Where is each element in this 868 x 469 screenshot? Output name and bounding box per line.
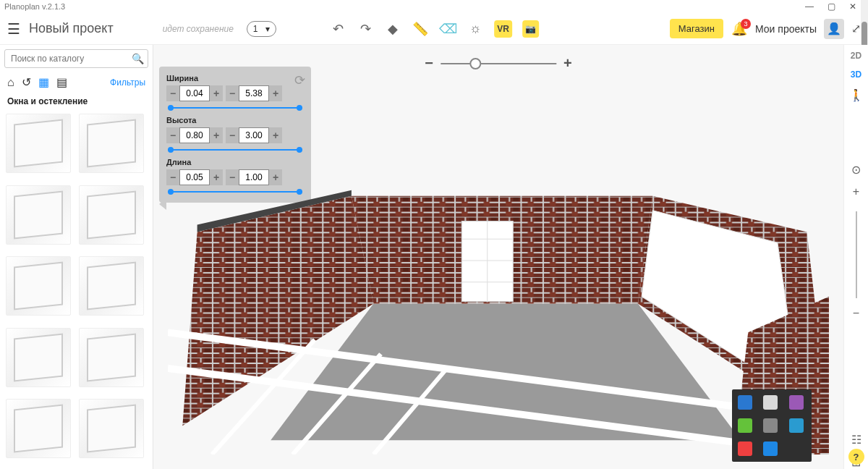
home-icon[interactable]: ⌂: [7, 76, 14, 89]
zoom-in-button[interactable]: +: [563, 55, 572, 72]
catalog-item[interactable]: [79, 185, 144, 245]
fullscreen-icon[interactable]: ⤢: [851, 22, 861, 35]
mode-2d-button[interactable]: 2D: [851, 51, 861, 61]
tray-app-icon[interactable]: [763, 395, 778, 410]
tray-app-icon[interactable]: [763, 441, 778, 456]
grid-small-icon[interactable]: ▤: [56, 75, 67, 89]
zoom-out-button[interactable]: −: [425, 55, 433, 72]
app-title: Planoplan v.2.1.3: [4, 2, 65, 11]
search-icon[interactable]: 🔍: [132, 53, 144, 64]
view-mode-rail: 2D 3D 🚶 ⊙ + − ☷ ⊞ ?: [843, 45, 868, 469]
main-toolbar: ☰ Новый проект идет сохранение 1 ▾ ↶ ↷ ◆…: [0, 13, 868, 45]
eraser-icon[interactable]: ⌫: [439, 20, 456, 38]
history-dropdown[interactable]: 1 ▾: [247, 21, 276, 37]
tray-app-icon[interactable]: [789, 418, 804, 433]
catalog-item[interactable]: [79, 399, 144, 458]
tray-app-icon[interactable]: [738, 441, 752, 456]
back-icon[interactable]: ↺: [22, 75, 31, 89]
layers-icon[interactable]: ☷: [851, 433, 861, 447]
window-minimize-button[interactable]: —: [799, 1, 820, 12]
window-titlebar: Planoplan v.2.1.3 — ▢ ✕: [0, 0, 868, 13]
system-tray-popup: [732, 389, 812, 462]
category-title: Окна и остекление: [0, 92, 153, 111]
history-count: 1: [253, 24, 258, 34]
vertical-zoom-slider[interactable]: [856, 211, 857, 298]
tray-app-icon[interactable]: [738, 418, 752, 433]
catalog-item[interactable]: [6, 256, 71, 316]
user-avatar[interactable]: 👤: [824, 19, 844, 39]
catalog-sidebar: 🔍 ⌂ ↺ ▦ ▤ Фильтры Окна и остекление: [0, 45, 153, 469]
saving-status: идет сохранение: [163, 24, 234, 34]
help-button[interactable]: ?: [848, 449, 864, 465]
catalog-item[interactable]: [79, 256, 144, 316]
vr-button[interactable]: VR: [494, 20, 512, 38]
undo-icon[interactable]: ↶: [329, 20, 346, 38]
catalog-item[interactable]: [79, 328, 144, 387]
3d-viewport[interactable]: − + ⟳ Ширина − + −: [153, 45, 843, 469]
panel-collapse-handle[interactable]: [159, 198, 166, 210]
paint-icon[interactable]: ◆: [384, 20, 401, 38]
filters-link[interactable]: Фильтры: [110, 77, 145, 88]
redo-icon[interactable]: ↷: [357, 20, 374, 38]
zoom-slider-track[interactable]: [441, 63, 556, 64]
project-title: Новый проект: [29, 21, 114, 36]
catalog-item[interactable]: [6, 185, 71, 245]
notifications-button[interactable]: 🔔 3: [731, 20, 748, 38]
mode-3d-button[interactable]: 3D: [851, 69, 861, 80]
walk-mode-icon[interactable]: 🚶: [849, 88, 864, 102]
zoom-slider-thumb[interactable]: [469, 58, 481, 69]
chevron-down-icon: ▾: [265, 24, 270, 34]
catalog-item[interactable]: [6, 328, 71, 387]
tool-icon-group: ↶ ↷ ◆ 📏 ⌫ ☼ VR 📷: [329, 20, 539, 38]
zoom-control: − +: [425, 55, 571, 72]
zoom-in-icon[interactable]: +: [853, 185, 859, 198]
orbit-target-icon[interactable]: ⊙: [851, 163, 861, 177]
window-maximize-button[interactable]: ▢: [820, 1, 842, 12]
grid-large-icon[interactable]: ▦: [38, 75, 49, 89]
3d-scene[interactable]: [168, 81, 829, 455]
catalog-item[interactable]: [79, 114, 144, 173]
notifications-badge: 3: [741, 19, 751, 29]
sun-icon[interactable]: ☼: [467, 20, 484, 38]
tray-app-icon[interactable]: [789, 395, 804, 410]
catalog-search-input[interactable]: [4, 49, 148, 68]
catalog-grid: [0, 111, 153, 469]
store-button[interactable]: Магазин: [670, 19, 723, 38]
tray-app-icon[interactable]: [738, 395, 752, 410]
ruler-icon[interactable]: 📏: [412, 20, 429, 38]
tray-app-icon[interactable]: [763, 418, 778, 433]
catalog-item[interactable]: [6, 114, 71, 173]
my-projects-link[interactable]: Мои проекты: [755, 23, 817, 35]
zoom-out-icon[interactable]: −: [853, 307, 859, 320]
menu-button[interactable]: ☰: [7, 20, 20, 38]
camera-button[interactable]: 📷: [522, 20, 539, 38]
catalog-item[interactable]: [6, 399, 71, 458]
